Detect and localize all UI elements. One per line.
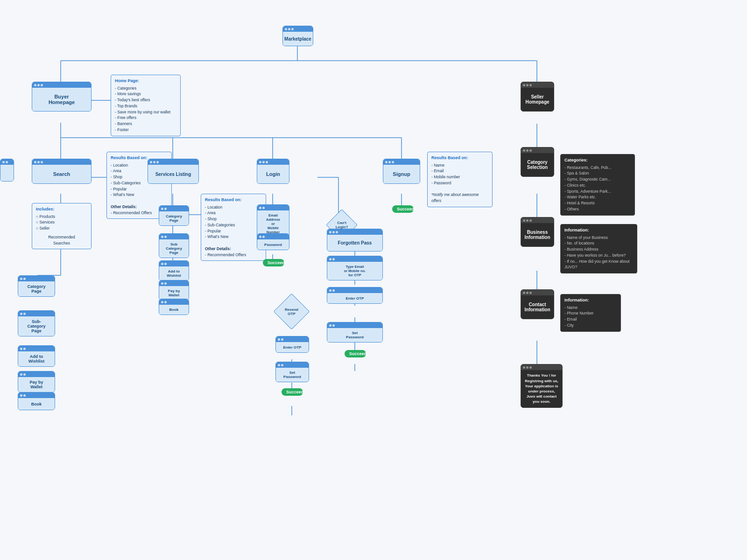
- marketplace-bar: [283, 26, 313, 32]
- book-2-node: Book: [159, 299, 189, 315]
- forgotten-success-node: Succeed!: [345, 350, 366, 357]
- book-1-node: Book: [18, 392, 55, 410]
- contact-tooltip-title: Information:: [564, 297, 617, 304]
- forgotten-pass-label: Forgotten Pass: [327, 235, 382, 251]
- pay-wallet-2-label: Pay byWallet: [159, 286, 189, 300]
- success-left-label: Succeed!: [286, 390, 305, 394]
- forgotten-bar: [327, 229, 382, 235]
- marketplace-node: Marketplace: [282, 26, 313, 46]
- forgotten-set-pass-label: SetPassword: [327, 328, 382, 342]
- category-selection-label: Category Selection: [521, 153, 554, 176]
- contact-info-tooltip: Information: - Name- Phone Number- Email…: [560, 294, 621, 332]
- services-listing-node: Services Listing: [148, 159, 199, 184]
- forgotten-pass-node: Forgotten Pass: [327, 229, 383, 252]
- signup-results-items: - Name- Email- Mobile number- Password*N…: [431, 162, 488, 204]
- resend-otp-label: ResendOTP: [285, 308, 298, 316]
- cat-sel-bar: [521, 147, 554, 153]
- biz-tooltip-title: Information:: [564, 227, 633, 234]
- login-success-node: Succeed!: [263, 259, 284, 266]
- seller-homepage-label: Seller Homepage: [521, 88, 554, 111]
- login-node: Login: [257, 159, 289, 184]
- sub-category-page-1-node: Sub-CategoryPage: [18, 310, 55, 336]
- buyer-bar: [32, 82, 91, 88]
- sub-category-page-2-node: SubCategoryPage: [159, 233, 189, 258]
- categories-dark-tooltip: Categories: - Restaurants, Cafe, Pub...-…: [560, 154, 635, 216]
- set-password-left-label: SetPassword: [276, 368, 309, 382]
- thank-you-node: Thanks You ! for Registring with us, You…: [521, 364, 563, 408]
- search-node: Search: [32, 159, 92, 184]
- cant-login-label: Can'tLogin?: [336, 221, 348, 229]
- thank-you-label: Thanks You ! for Registring with us, You…: [521, 370, 562, 407]
- login-password-node: Password: [257, 233, 289, 250]
- sub-category-page-2-label: SubCategoryPage: [159, 239, 189, 258]
- business-info-tooltip: Information: - Name of your Business- No…: [560, 224, 637, 273]
- buyer-homepage-label: Buyer Homepage: [32, 88, 91, 111]
- categories-dark-title: Categories:: [564, 157, 631, 164]
- seller-bar: [521, 82, 554, 88]
- thanks-bar: [521, 364, 562, 370]
- enter-otp-left-node: Enter OTP: [275, 336, 309, 353]
- forgotten-email-node: Type Emailor Mobile no.for OTP: [327, 256, 383, 280]
- forgotten-otp-node: Enter OTP: [327, 287, 383, 304]
- marketplace-label: Marketplace: [283, 32, 313, 46]
- categories-dark-items: - Restaurants, Cafe, Pub...- Spa & Salon…: [564, 165, 631, 212]
- pay-wallet-1-node: Pay byWallet: [18, 371, 55, 392]
- biz-tooltip-items: - Name of your Business- No. of location…: [564, 235, 633, 271]
- enter-otp-left-label: Enter OTP: [276, 342, 309, 352]
- business-info-label: Business Information: [521, 223, 554, 246]
- book-1-label: Book: [18, 398, 55, 410]
- search-includes: Includes: ○ Products○ Services○ Seller R…: [32, 203, 92, 249]
- success-left-node: Succeed!: [282, 388, 303, 396]
- forgotten-otp-label: Enter OTP: [327, 293, 382, 303]
- services-results-items: - Location- Area- Shop- Sub-Categories- …: [205, 204, 262, 258]
- homepage-tooltip-items: - Categories- More savings- Today's best…: [115, 85, 176, 133]
- homepage-tooltip: Home Page: - Categories- More savings- T…: [111, 75, 181, 136]
- category-page-1-node: CategoryPage: [18, 275, 55, 297]
- category-page-2-label: CategoryPage: [159, 211, 189, 225]
- signup-node: Signup: [383, 159, 420, 184]
- resend-otp-container: ResendOTP: [279, 299, 304, 324]
- search-bar: [32, 159, 91, 165]
- signup-bar: [383, 159, 420, 165]
- includes-title: Includes:: [36, 206, 87, 213]
- book-2-label: Book: [159, 305, 189, 315]
- biz-bar: [521, 217, 554, 223]
- contact-bar: [521, 290, 554, 295]
- pay-wallet-1-label: Pay byWallet: [18, 377, 55, 392]
- login-password-label: Password: [257, 239, 289, 250]
- forgotten-success-label: Succeed!: [349, 351, 368, 356]
- login-success-label: Succeed!: [268, 260, 286, 265]
- set-password-left-node: SetPassword: [275, 362, 309, 382]
- signup-results-title: Results Based on:: [431, 155, 488, 161]
- sub-category-page-1-label: Sub-CategoryPage: [18, 316, 55, 336]
- homepage-tooltip-title: Home Page:: [115, 78, 176, 84]
- business-info-node: Business Information: [521, 217, 554, 247]
- forgotten-email-label: Type Emailor Mobile no.for OTP: [327, 262, 382, 280]
- contact-info-node: Contact Information: [521, 289, 554, 319]
- signup-success-label: Succeed!: [397, 207, 416, 211]
- signup-label: Signup: [383, 165, 420, 183]
- pay-wallet-2-node: Pay byWallet: [159, 280, 189, 301]
- add-wishlist-1-node: Add toWishlist: [18, 345, 55, 367]
- category-page-2-node: CategoryPage: [159, 205, 189, 226]
- category-selection-node: Category Selection: [521, 147, 554, 177]
- left-truncated-node: [0, 159, 14, 182]
- signup-results-tooltip: Results Based on: - Name- Email- Mobile …: [427, 152, 493, 207]
- forgotten-set-pass-node: SetPassword: [327, 322, 383, 343]
- add-wishlist-2-node: Add toWishlist: [159, 260, 189, 281]
- add-wishlist-1-label: Add toWishlist: [18, 351, 55, 366]
- services-listing-label: Services Listing: [148, 165, 198, 183]
- signup-success-node: Succeed!: [392, 205, 414, 213]
- seller-homepage-node: Seller Homepage: [521, 82, 554, 112]
- services-results-title: Results Based on:: [205, 197, 262, 203]
- add-wishlist-2-label: Add toWishlist: [159, 266, 189, 280]
- includes-items: ○ Products○ Services○ Seller: [36, 214, 87, 231]
- contact-tooltip-items: - Name- Phone Number- Email- City: [564, 305, 617, 329]
- services-bar: [148, 159, 198, 165]
- search-label: Search: [32, 165, 91, 183]
- buyer-homepage-node: Buyer Homepage: [32, 82, 92, 112]
- category-page-1-label: CategoryPage: [18, 281, 55, 296]
- login-email-node: EmailAddressorMobileNumber: [257, 204, 289, 238]
- login-bar: [257, 159, 289, 165]
- contact-info-label: Contact Information: [521, 295, 554, 319]
